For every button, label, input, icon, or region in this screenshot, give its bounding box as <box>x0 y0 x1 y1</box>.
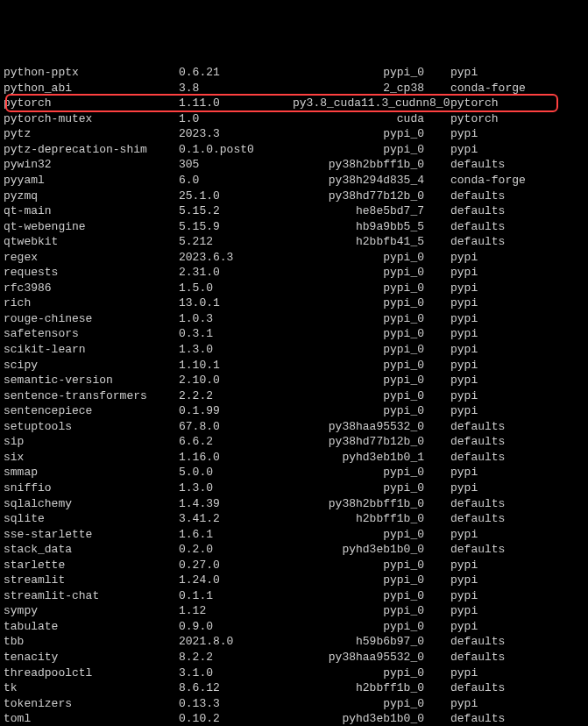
package-build: py38h2bbff1b_0 <box>293 496 450 512</box>
package-name: tk <box>4 680 179 696</box>
package-channel: pypi <box>450 250 584 266</box>
package-name: rich <box>4 295 179 311</box>
package-version: 2.2.2 <box>179 388 293 404</box>
package-channel: defaults <box>450 650 584 666</box>
package-channel: defaults <box>450 157 584 173</box>
package-channel: defaults <box>450 219 584 235</box>
package-build: py38haa95532_0 <box>293 650 450 666</box>
package-channel: defaults <box>450 542 584 558</box>
package-version: 25.1.0 <box>179 189 293 204</box>
package-version: 0.10.2 <box>179 711 293 726</box>
package-row: scipy1.10.1pypi_0pypi <box>4 358 584 374</box>
package-channel: pypi <box>450 388 584 404</box>
package-row: safetensors0.3.1pypi_0pypi <box>4 326 584 342</box>
package-name: streamlit <box>4 573 179 588</box>
package-version: 0.27.0 <box>179 558 293 573</box>
package-version: 2023.6.3 <box>179 250 293 266</box>
package-name: pytz-deprecation-shim <box>4 142 179 158</box>
package-channel: pypi <box>450 342 584 358</box>
package-name: starlette <box>4 558 179 573</box>
package-channel: defaults <box>450 234 584 250</box>
package-build: pypi_0 <box>293 573 450 588</box>
package-build: h2bbff1b_0 <box>293 680 450 696</box>
package-row: qt-webengine5.15.9hb9a9bb5_5defaults <box>4 219 584 235</box>
package-version: 1.0.3 <box>179 311 293 327</box>
package-version: 1.10.1 <box>179 358 293 374</box>
package-name: sentence-transformers <box>4 388 179 404</box>
package-channel: pypi <box>450 281 584 296</box>
package-build: pypi_0 <box>293 603 450 619</box>
package-name: tokenizers <box>4 696 179 712</box>
package-version: 1.6.1 <box>179 527 293 543</box>
package-row: semantic-version2.10.0pypi_0pypi <box>4 373 584 388</box>
package-build: pypi_0 <box>293 465 450 480</box>
package-channel: pypi <box>450 588 584 604</box>
package-row: tabulate0.9.0pypi_0pypi <box>4 619 584 635</box>
package-name: scikit-learn <box>4 342 179 358</box>
package-name: tabulate <box>4 619 179 635</box>
package-row: six1.16.0pyhd3eb1b0_1defaults <box>4 450 584 466</box>
package-channel: defaults <box>450 680 584 696</box>
package-build: h59b6b97_0 <box>293 634 450 650</box>
package-version: 2021.8.0 <box>179 634 293 650</box>
package-row: qtwebkit5.212h2bbfb41_5defaults <box>4 234 584 250</box>
package-channel: defaults <box>450 634 584 650</box>
package-build: py38h2bbff1b_0 <box>293 157 450 173</box>
package-version: 1.3.0 <box>179 480 293 496</box>
package-build: 2_cp38 <box>293 81 450 96</box>
package-row: scikit-learn1.3.0pypi_0pypi <box>4 342 584 358</box>
package-version: 2023.3 <box>179 126 293 142</box>
package-row: starlette0.27.0pypi_0pypi <box>4 558 584 573</box>
package-name: sqlite <box>4 511 179 527</box>
package-build: pypi_0 <box>293 358 450 374</box>
package-name: scipy <box>4 358 179 374</box>
package-build: pypi_0 <box>293 619 450 635</box>
package-channel: pypi <box>450 603 584 619</box>
package-row: rouge-chinese1.0.3pypi_0pypi <box>4 311 584 327</box>
package-name: regex <box>4 250 179 266</box>
package-build: py3.8_cuda11.3_cudnn8_0 <box>293 96 450 111</box>
package-version: 0.1.1 <box>179 588 293 604</box>
package-version: 5.15.9 <box>179 219 293 235</box>
package-row: tk8.6.12h2bbff1b_0defaults <box>4 680 584 696</box>
package-version: 3.8 <box>179 81 293 96</box>
package-row: sentence-transformers2.2.2pypi_0pypi <box>4 388 584 404</box>
package-version: 0.1.0.post0 <box>179 142 293 158</box>
package-version: 13.0.1 <box>179 295 293 311</box>
package-name: rouge-chinese <box>4 311 179 327</box>
package-name: stack_data <box>4 542 179 558</box>
package-build: pypi_0 <box>293 403 450 419</box>
package-build: pyhd3eb1b0_0 <box>293 542 450 558</box>
package-row: threadpoolctl3.1.0pypi_0pypi <box>4 666 584 681</box>
package-version: 1.0 <box>179 111 293 127</box>
package-version: 2.10.0 <box>179 373 293 388</box>
package-row: pyyaml6.0py38h294d835_4conda-forge <box>4 173 584 189</box>
package-channel: pypi <box>450 558 584 573</box>
package-build: pypi_0 <box>293 527 450 543</box>
package-build: pypi_0 <box>293 311 450 327</box>
package-name: threadpoolctl <box>4 666 179 681</box>
package-name: sentencepiece <box>4 403 179 419</box>
package-name: qt-webengine <box>4 219 179 235</box>
package-row: regex2023.6.3pypi_0pypi <box>4 250 584 266</box>
package-name: safetensors <box>4 326 179 342</box>
package-channel: defaults <box>450 496 584 512</box>
package-version: 2.31.0 <box>179 265 293 281</box>
package-name: qtwebkit <box>4 234 179 250</box>
package-channel: pytorch <box>450 96 584 111</box>
package-build: pypi_0 <box>293 558 450 573</box>
package-build: pypi_0 <box>293 326 450 342</box>
package-row: sqlalchemy1.4.39py38h2bbff1b_0defaults <box>4 496 584 512</box>
package-channel: pytorch <box>450 111 584 127</box>
package-channel: pypi <box>450 295 584 311</box>
package-row: pytz-deprecation-shim0.1.0.post0pypi_0py… <box>4 142 584 158</box>
package-build: pypi_0 <box>293 65 450 81</box>
package-version: 5.0.0 <box>179 465 293 480</box>
package-version: 67.8.0 <box>179 419 293 435</box>
package-row: pywin32305py38h2bbff1b_0defaults <box>4 157 584 173</box>
package-name: tenacity <box>4 650 179 666</box>
package-row: sympy1.12pypi_0pypi <box>4 603 584 619</box>
package-name: pyyaml <box>4 173 179 189</box>
package-build: hb9a9bb5_5 <box>293 219 450 235</box>
package-build: pypi_0 <box>293 295 450 311</box>
